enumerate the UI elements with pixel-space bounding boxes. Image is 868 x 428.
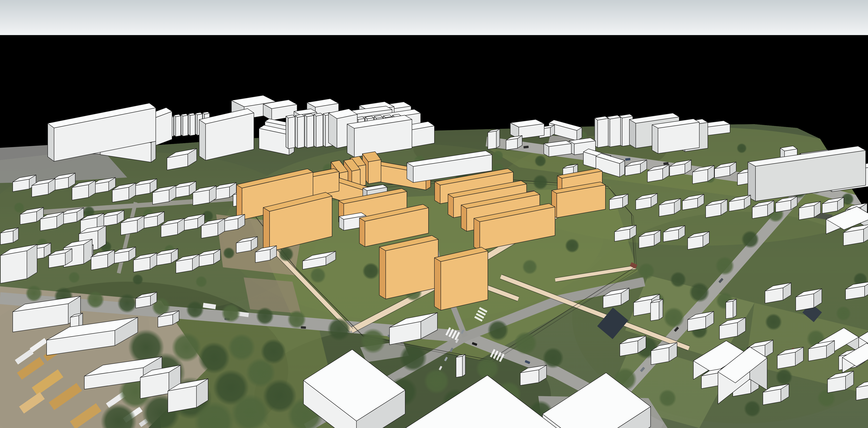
building-existing[interactable] <box>510 120 544 139</box>
car <box>523 146 529 149</box>
tree-canopy <box>362 263 379 279</box>
building-end-face[interactable] <box>195 113 197 135</box>
building-existing[interactable] <box>726 299 736 319</box>
building-front-face[interactable] <box>598 119 608 147</box>
building-end-face[interactable] <box>496 129 500 148</box>
building-end-face[interactable] <box>435 182 440 204</box>
tree-canopy <box>68 271 80 283</box>
tree-canopy <box>360 328 386 354</box>
building-existing[interactable] <box>607 115 620 147</box>
tree-canopy <box>256 307 274 325</box>
building-existing[interactable] <box>456 354 465 377</box>
building-end-face[interactable] <box>462 354 465 376</box>
building-existing[interactable] <box>595 116 608 147</box>
building-end-face[interactable] <box>188 114 190 136</box>
building-front-face[interactable] <box>183 115 188 136</box>
building-front-face[interactable] <box>456 356 462 377</box>
tree-canopy <box>659 389 676 407</box>
application-window <box>0 0 868 428</box>
building-end-face[interactable] <box>659 299 663 320</box>
building-end-face[interactable] <box>181 114 183 136</box>
city-scene-svg[interactable] <box>0 35 868 428</box>
tree-canopy <box>493 150 503 161</box>
building-end-face[interactable] <box>295 116 298 148</box>
building-end-face[interactable] <box>305 115 307 148</box>
building-existing[interactable] <box>188 113 195 136</box>
building-end-face[interactable] <box>652 125 658 154</box>
building-end-face[interactable] <box>434 258 441 310</box>
tree-canopy <box>198 342 230 374</box>
building-existing[interactable] <box>652 119 699 154</box>
building-end-face[interactable] <box>448 194 454 218</box>
building-end-face[interactable] <box>629 120 636 148</box>
building-existing[interactable] <box>174 114 181 137</box>
building-end-face[interactable] <box>237 185 242 220</box>
tree-canopy <box>172 332 201 362</box>
building-end-face[interactable] <box>263 207 270 252</box>
building-front-face[interactable] <box>488 131 496 149</box>
building-front-face[interactable] <box>298 116 304 148</box>
building-existing[interactable] <box>544 141 571 157</box>
building-proposed[interactable] <box>434 247 488 310</box>
building-end-face[interactable] <box>360 218 365 247</box>
building-end-face[interactable] <box>347 124 354 157</box>
building-front-face[interactable] <box>288 117 295 149</box>
tree-canopy <box>776 368 793 386</box>
building-proposed[interactable] <box>379 235 438 299</box>
building-existing[interactable] <box>314 113 323 147</box>
building-existing[interactable] <box>305 114 314 148</box>
building-front-face[interactable] <box>726 301 733 319</box>
building-existing[interactable] <box>488 129 500 149</box>
tree-canopy <box>87 291 104 308</box>
building-front-face[interactable] <box>316 115 323 147</box>
tree-canopy <box>689 282 710 302</box>
building-existing[interactable] <box>295 114 304 148</box>
tree-canopy <box>261 339 286 364</box>
building-front-face[interactable] <box>506 138 518 150</box>
building-existing[interactable] <box>286 115 295 149</box>
building-end-face[interactable] <box>48 123 54 161</box>
ground-patch <box>244 277 301 314</box>
tree-canopy <box>328 318 351 341</box>
building-front-face[interactable] <box>610 117 620 147</box>
building-end-face[interactable] <box>379 247 386 299</box>
3d-city-viewport[interactable] <box>0 35 868 428</box>
tree-canopy <box>424 368 449 394</box>
building-front-face[interactable] <box>307 116 314 148</box>
building-end-face[interactable] <box>461 205 467 231</box>
tree-canopy <box>663 307 684 328</box>
tree-canopy <box>186 301 204 319</box>
building-front-face[interactable] <box>0 251 27 283</box>
building-end-face[interactable] <box>733 299 736 318</box>
tree-canopy <box>223 247 235 259</box>
building-end-face[interactable] <box>323 114 326 147</box>
building-front-face[interactable] <box>0 231 13 244</box>
building-end-face[interactable] <box>474 218 480 250</box>
tree-canopy <box>310 267 326 283</box>
building-front-face[interactable] <box>651 302 659 321</box>
tree-canopy <box>13 202 25 213</box>
building-front-face[interactable] <box>368 160 381 184</box>
tree-canopy <box>399 344 427 372</box>
tree-canopy <box>670 271 686 288</box>
tree-canopy <box>487 320 508 341</box>
tree-canopy <box>287 310 306 329</box>
building-end-face[interactable] <box>286 116 288 149</box>
tree-canopy <box>737 143 747 153</box>
viewport-toolbar <box>0 0 868 35</box>
tree-canopy <box>565 238 579 253</box>
building-existing[interactable] <box>181 114 188 136</box>
building-front-face[interactable] <box>176 116 181 137</box>
tree-canopy <box>765 314 782 330</box>
building-existing[interactable] <box>651 299 663 321</box>
building-end-face[interactable] <box>314 114 316 147</box>
tree-canopy <box>195 276 207 288</box>
building-end-face[interactable] <box>174 115 176 137</box>
tree-canopy <box>638 263 655 279</box>
tree-canopy <box>514 331 537 355</box>
building-front-face[interactable] <box>190 114 195 136</box>
building-end-face[interactable] <box>151 139 156 162</box>
building-end-face[interactable] <box>199 120 206 160</box>
tree-canopy <box>533 174 548 190</box>
building-end-face[interactable] <box>329 113 337 148</box>
